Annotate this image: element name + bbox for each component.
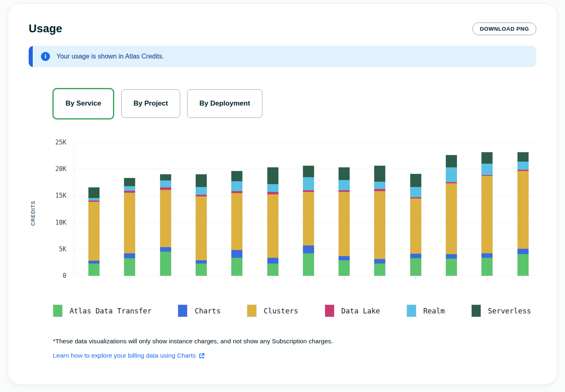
bar-segment-atlas-data-transfer[interactable] [124, 258, 135, 276]
y-tick-label: 5K [29, 246, 66, 253]
legend-label: Serverless [488, 307, 531, 315]
bar-segment-clusters[interactable] [231, 193, 242, 250]
bar-segment-clusters[interactable] [518, 171, 529, 249]
bar-segment-atlas-data-transfer[interactable] [303, 253, 314, 276]
bar-segment-clusters[interactable] [303, 192, 314, 245]
bar-6[interactable] [267, 167, 278, 276]
bar-4[interactable] [196, 174, 207, 276]
bar-segment-serverless[interactable] [481, 152, 493, 164]
download-png-button[interactable]: DOWNLOAD PNG [472, 23, 536, 35]
bar-segment-charts[interactable] [410, 254, 421, 258]
tab-by-service[interactable]: By Service [52, 88, 114, 119]
bar-2[interactable] [124, 178, 135, 276]
bar-segment-charts[interactable] [231, 250, 242, 257]
bar-segment-serverless[interactable] [518, 152, 529, 162]
bar-segment-clusters[interactable] [267, 194, 278, 258]
bar-11[interactable] [446, 155, 457, 276]
bar-segment-charts[interactable] [339, 256, 350, 260]
bar-segment-realm[interactable] [481, 164, 493, 175]
bar-segment-charts[interactable] [374, 259, 385, 264]
link-text: Learn how to explore your billing data u… [53, 352, 196, 359]
bar-segment-atlas-data-transfer[interactable] [160, 252, 171, 276]
bar-segment-charts[interactable] [303, 246, 314, 254]
bar-3[interactable] [160, 174, 171, 276]
bar-segment-clusters[interactable] [160, 190, 171, 247]
bar-segment-clusters[interactable] [124, 193, 135, 254]
y-tick-label: 20K [29, 165, 66, 173]
bar-segment-atlas-data-transfer[interactable] [518, 254, 529, 276]
bar-segment-realm[interactable] [410, 187, 421, 197]
billing-data-charts-link[interactable]: Learn how to explore your billing data u… [53, 352, 205, 359]
x-tick [415, 276, 416, 282]
bar-segment-clusters[interactable] [196, 196, 207, 260]
bar-segment-charts[interactable] [88, 261, 99, 264]
bar-segment-atlas-data-transfer[interactable] [339, 260, 350, 276]
x-tick [451, 276, 452, 282]
bar-10[interactable] [410, 174, 421, 276]
bar-segment-realm[interactable] [196, 187, 207, 195]
bar-segment-clusters[interactable] [339, 192, 350, 256]
bar-segment-realm[interactable] [339, 180, 350, 190]
bar-segment-serverless[interactable] [160, 174, 171, 180]
bar-segment-realm[interactable] [267, 184, 278, 191]
bar-segment-charts[interactable] [518, 249, 529, 254]
bar-segment-charts[interactable] [481, 253, 493, 257]
bar-segment-serverless[interactable] [231, 171, 242, 181]
bar-segment-clusters[interactable] [374, 191, 385, 259]
bar-12[interactable] [481, 152, 493, 276]
bar-segment-serverless[interactable] [124, 178, 135, 186]
x-tick [237, 276, 237, 282]
x-tick [201, 276, 201, 282]
bar-segment-charts[interactable] [267, 258, 278, 264]
bar-segment-realm[interactable] [160, 180, 171, 187]
legend-item-serverless: Serverless [471, 304, 531, 317]
bar-segment-atlas-data-transfer[interactable] [374, 264, 385, 276]
bar-segment-clusters[interactable] [481, 176, 493, 253]
bar-segment-atlas-data-transfer[interactable] [196, 264, 207, 276]
footnote-text: *These data visualizations will only sho… [53, 338, 536, 345]
bar-segment-realm[interactable] [518, 162, 529, 170]
bar-7[interactable] [303, 166, 314, 276]
legend-item-clusters: Clusters [247, 304, 298, 317]
bar-segment-serverless[interactable] [339, 167, 350, 180]
bar-segment-clusters[interactable] [446, 183, 457, 254]
bar-segment-serverless[interactable] [267, 167, 278, 184]
bar-segment-charts[interactable] [160, 247, 171, 252]
bar-9[interactable] [374, 166, 385, 276]
y-tick-label: 0 [29, 272, 66, 279]
bar-segment-atlas-data-transfer[interactable] [231, 258, 242, 276]
bar-segment-realm[interactable] [446, 167, 457, 182]
tab-by-project[interactable]: By Project [121, 89, 180, 118]
bar-segment-realm[interactable] [124, 186, 135, 191]
x-tick [165, 276, 166, 282]
view-toggle-group: By ServiceBy ProjectBy Deployment [52, 88, 536, 119]
y-tick-label: 15K [29, 192, 66, 199]
bar-segment-serverless[interactable] [303, 166, 314, 177]
bar-8[interactable] [339, 167, 350, 276]
bar-segment-serverless[interactable] [410, 174, 421, 187]
bar-segment-atlas-data-transfer[interactable] [481, 258, 493, 276]
bar-5[interactable] [231, 171, 242, 276]
bar-segment-clusters[interactable] [410, 198, 421, 254]
chart-legend: Atlas Data TransferChartsClustersData La… [53, 304, 531, 317]
bar-segment-atlas-data-transfer[interactable] [88, 264, 99, 276]
bar-segment-serverless[interactable] [88, 187, 99, 198]
bar-segment-realm[interactable] [303, 177, 314, 190]
bar-13[interactable] [518, 152, 529, 276]
bar-segment-realm[interactable] [374, 182, 385, 189]
bar-segment-atlas-data-transfer[interactable] [267, 264, 278, 276]
bar-segment-serverless[interactable] [374, 166, 385, 181]
bar-segment-charts[interactable] [446, 254, 457, 259]
bar-segment-atlas-data-transfer[interactable] [446, 259, 457, 276]
bar-segment-realm[interactable] [231, 181, 242, 191]
tab-by-deployment[interactable]: By Deployment [187, 89, 262, 118]
bar-segment-atlas-data-transfer[interactable] [410, 258, 421, 276]
bar-segment-serverless[interactable] [196, 174, 207, 187]
bar-segment-serverless[interactable] [446, 155, 457, 167]
bar-segment-charts[interactable] [124, 253, 135, 258]
legend-swatch-atlas-data-transfer [53, 304, 63, 317]
x-tick [344, 276, 345, 282]
bar-segment-charts[interactable] [196, 260, 207, 264]
bar-1[interactable] [88, 187, 99, 276]
bar-segment-clusters[interactable] [88, 202, 99, 260]
